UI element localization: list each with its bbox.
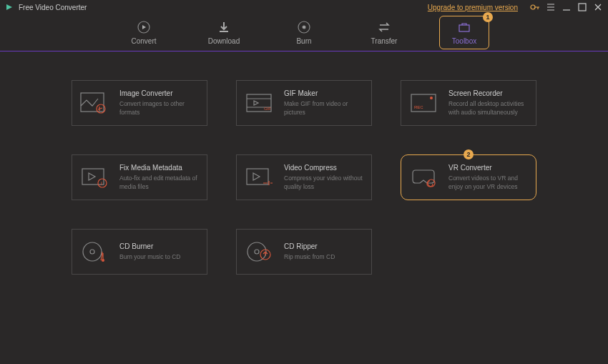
card-desc: Burn your music to CD bbox=[119, 253, 181, 261]
card-title: CD Burner bbox=[119, 242, 181, 250]
svg-point-6 bbox=[303, 26, 305, 29]
tool-screen-recorder[interactable]: REC Screen Recorder Record all desktop a… bbox=[401, 80, 536, 126]
close-icon[interactable] bbox=[592, 1, 604, 13]
card-desc: Convert images to other formats bbox=[119, 100, 200, 116]
maximize-icon[interactable] bbox=[577, 1, 588, 13]
svg-text:REC: REC bbox=[414, 105, 423, 109]
minimize-icon[interactable] bbox=[561, 1, 572, 13]
card-title: Fix Media Metadata bbox=[119, 164, 200, 172]
tool-cd-ripper[interactable]: CD Ripper Rip music from CD bbox=[236, 229, 372, 275]
card-title: VR Converter bbox=[448, 164, 529, 172]
svg-marker-21 bbox=[253, 173, 260, 180]
svg-point-14 bbox=[430, 97, 433, 99]
app-title: Free Video Converter bbox=[19, 4, 428, 11]
main-nav: Convert Download Burn Transfer Toolbox 1 bbox=[0, 14, 608, 51]
svg-point-26 bbox=[247, 242, 266, 261]
cd-ripper-icon bbox=[244, 239, 275, 265]
tool-gif-maker[interactable]: GIF GIF Maker Make GIF from video or pic… bbox=[236, 80, 372, 126]
nav-convert[interactable]: Convert bbox=[119, 20, 169, 45]
card-desc: Auto-fix and edit metadata of media file… bbox=[119, 174, 200, 190]
card-title: CD Ripper bbox=[284, 242, 335, 250]
card-desc: Compress your video without quality loss bbox=[284, 174, 364, 190]
svg-text:GIF: GIF bbox=[264, 107, 271, 111]
svg-marker-4 bbox=[142, 25, 146, 29]
card-desc: Make GIF from video or pictures bbox=[284, 100, 364, 116]
convert-icon bbox=[137, 20, 151, 34]
card-desc: Rip music from CD bbox=[284, 253, 335, 261]
tool-video-compress[interactable]: Video Compress Compress your video witho… bbox=[236, 154, 372, 200]
card-title: Image Converter bbox=[119, 89, 200, 97]
svg-text:i: i bbox=[101, 180, 102, 187]
premium-link[interactable]: Upgrade to premium version bbox=[428, 4, 518, 11]
svg-point-24 bbox=[90, 250, 94, 254]
svg-rect-7 bbox=[459, 25, 469, 31]
toolbox-icon bbox=[457, 20, 471, 34]
svg-point-18 bbox=[98, 179, 107, 187]
tools-grid: Image Converter Convert images to other … bbox=[0, 51, 608, 303]
card-desc: Convert videos to VR and enjoy on your V… bbox=[448, 174, 529, 190]
video-compress-icon bbox=[244, 164, 275, 190]
card-title: Video Compress bbox=[284, 164, 364, 172]
badge-1: 1 bbox=[483, 12, 493, 22]
svg-marker-11 bbox=[254, 101, 258, 105]
card-desc: Record all desktop activities with audio… bbox=[448, 100, 529, 116]
nav-toolbox[interactable]: Toolbox 1 bbox=[439, 16, 489, 49]
nav-transfer[interactable]: Transfer bbox=[359, 20, 409, 45]
burn-icon bbox=[297, 20, 311, 34]
svg-marker-17 bbox=[89, 173, 95, 180]
svg-rect-20 bbox=[247, 169, 268, 185]
fix-metadata-icon: i bbox=[79, 164, 111, 190]
svg-point-27 bbox=[255, 250, 259, 254]
svg-point-23 bbox=[83, 242, 102, 261]
tool-cd-burner[interactable]: CD Burner Burn your music to CD bbox=[72, 229, 207, 275]
nav-download[interactable]: Download bbox=[199, 20, 249, 45]
card-title: Screen Recorder bbox=[448, 89, 529, 97]
svg-point-1 bbox=[531, 5, 535, 9]
tool-fix-metadata[interactable]: i Fix Media Metadata Auto-fix and edit m… bbox=[72, 154, 207, 200]
cd-burner-icon bbox=[79, 239, 111, 265]
transfer-icon bbox=[377, 20, 391, 34]
card-title: GIF Maker bbox=[284, 89, 364, 97]
nav-burn[interactable]: Burn bbox=[279, 20, 329, 45]
tool-vr-converter[interactable]: VR Converter Convert videos to VR and en… bbox=[401, 154, 536, 200]
tool-image-converter[interactable]: Image Converter Convert images to other … bbox=[72, 80, 207, 126]
vr-converter-icon bbox=[408, 164, 440, 190]
screen-recorder-icon: REC bbox=[408, 90, 440, 116]
svg-rect-2 bbox=[579, 4, 586, 11]
download-icon bbox=[217, 20, 231, 34]
titlebar: Free Video Converter Upgrade to premium … bbox=[0, 0, 608, 14]
image-converter-icon bbox=[79, 90, 111, 116]
svg-point-25 bbox=[102, 259, 104, 262]
app-logo-icon bbox=[4, 2, 14, 12]
badge-2: 2 bbox=[464, 149, 474, 159]
key-icon[interactable] bbox=[529, 1, 541, 13]
menu-icon[interactable] bbox=[545, 1, 556, 13]
gif-maker-icon: GIF bbox=[244, 90, 275, 116]
svg-marker-0 bbox=[6, 4, 12, 10]
